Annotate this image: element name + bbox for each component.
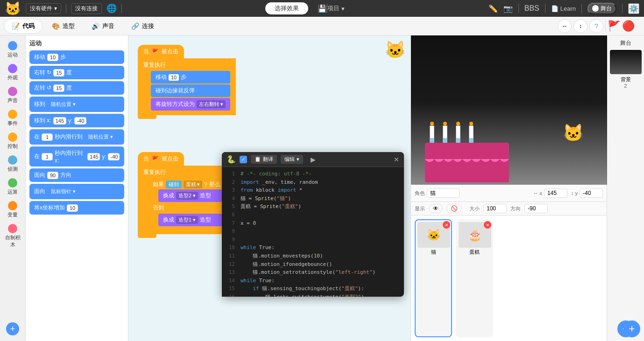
python-icon: 🐍 — [226, 155, 236, 164]
py-code-area[interactable]: # -*- coding: utf-8 -*- import _env, tim… — [237, 167, 404, 297]
effect-selector[interactable]: 选择效果 — [265, 2, 308, 14]
sidebar-item-looks[interactable]: 外观 — [1, 62, 24, 83]
hardware-button[interactable]: 没有硬件 ▾ — [26, 3, 61, 14]
sidebar-item-operators[interactable]: 运算 — [1, 176, 24, 197]
go-xy-x[interactable]: 145 — [53, 117, 66, 125]
switch-costume-1[interactable]: 换成 造型1 ▾ 造型 — [158, 214, 222, 226]
settings-icon[interactable]: ⚙️ — [628, 3, 639, 14]
glide-xy-y[interactable]: -40 — [108, 153, 120, 160]
block-go-to[interactable]: 移到 随机位置 ▾ — [29, 97, 124, 112]
add-block-button[interactable]: + — [1, 320, 24, 337]
sprite-del-cat[interactable]: ✕ — [443, 221, 450, 229]
sidebar-item-sound[interactable]: 声音 — [1, 85, 24, 106]
expand-btn2[interactable]: ↕ — [573, 19, 587, 33]
stage-thumbnail[interactable] — [610, 50, 642, 74]
turn-left-deg[interactable]: 15 — [53, 84, 64, 92]
repeat-block-2[interactable]: 重复执行 如果 碰到 蛋糕 ▾ ? 那么 — [138, 166, 228, 234]
stage-toggle[interactable]: 舞台 — [587, 3, 616, 14]
hide-eye-btn[interactable]: 🚫 — [446, 204, 462, 213]
bounce-block[interactable]: 碰到边缘就反弹 — [151, 84, 230, 97]
block-move[interactable]: 移动 10 步 — [29, 50, 124, 64]
size-input[interactable] — [483, 204, 507, 213]
green-flag-button[interactable]: 🚩 — [608, 20, 620, 32]
tab-code[interactable]: 📝 代码 — [4, 19, 42, 34]
block-turn-right[interactable]: 右转 ↻ 15 度 — [29, 66, 124, 79]
expand-btn1[interactable]: ↔ — [558, 19, 572, 33]
sprite-name-input[interactable] — [427, 188, 460, 198]
effect-label: 选择效果 — [275, 4, 299, 13]
camera-icon[interactable]: 📷 — [503, 4, 513, 13]
stop-button[interactable]: 🔴 — [622, 20, 635, 32]
glide-xy-secs[interactable]: 1 — [42, 153, 53, 160]
tab-costume[interactable]: 🎨 造型 — [44, 19, 82, 33]
else-label: 否则 — [151, 203, 222, 213]
sidebar-item-variables[interactable]: 变量 — [1, 199, 24, 220]
tab-connect[interactable]: 🔗 连接 — [124, 19, 162, 33]
glide-xy-x[interactable]: 145 — [87, 153, 100, 160]
py-translate-tab[interactable]: 📋 翻译 — [251, 155, 277, 164]
sound-label: 声音 — [7, 97, 18, 104]
divider5 — [545, 4, 545, 13]
sidebar-item-events[interactable]: 事件 — [1, 108, 24, 129]
sidebar-item-motion[interactable]: 运动 — [1, 39, 24, 60]
operators-dot — [8, 178, 17, 188]
repeat-block-1[interactable]: 重复执行 移动 10 步 碰到边缘就反弹 将旋转方式设为 — [138, 58, 236, 115]
costume-dropdown-1[interactable]: 造型1 ▾ — [176, 216, 198, 224]
inner-move-block[interactable]: 移动 10 步 — [151, 71, 230, 84]
move-steps[interactable]: 10 — [47, 54, 58, 61]
glide-dropdown[interactable]: 随机位置 ▾ — [85, 132, 117, 142]
py-checkbox[interactable]: ✓ — [240, 156, 247, 163]
rotation-dropdown[interactable]: 左右翻转 ▾ — [197, 100, 226, 108]
py-edit-tab[interactable]: 编辑 ▾ — [281, 155, 303, 164]
stage-area: 🐱 角色 ↔ x ↕ y 显示 👁 🚫 — [410, 35, 607, 341]
block-turn-left[interactable]: 左转 ↺ 15 度 — [29, 81, 124, 95]
costume-dropdown-2[interactable]: 造型2 ▾ — [176, 192, 198, 200]
glide-secs[interactable]: 1 — [42, 133, 53, 141]
tabs-bar: 📝 代码 🎨 造型 🔊 声音 🔗 连接 ↔ ↕ ? 🚩 🔴 — [0, 17, 644, 35]
edit-icon[interactable]: ✏️ — [488, 4, 498, 13]
py-close-button[interactable]: ✕ — [394, 156, 399, 163]
events-dot — [8, 110, 17, 119]
turn-right-deg[interactable]: 15 — [53, 69, 64, 77]
if-block[interactable]: 如果 碰到 蛋糕 ▾ ? 那么 换成 — [151, 178, 222, 230]
sprite-del-cake[interactable]: ✕ — [484, 221, 491, 229]
show-eye-btn[interactable]: 👁 — [429, 204, 443, 213]
block-change-x[interactable]: 将x坐标增加 10 — [29, 201, 124, 215]
sidebar-item-control[interactable]: 控制 — [1, 131, 24, 152]
sidebar-item-myblocks[interactable]: 自制积木 — [1, 222, 24, 250]
if-sprite-dropdown[interactable]: 蛋糕 ▾ — [184, 181, 202, 188]
go-xy-y[interactable]: -40 — [74, 117, 86, 125]
learn-button[interactable]: 📄 Learn — [551, 5, 576, 12]
divider7 — [622, 4, 623, 13]
sprite-y-input[interactable] — [580, 188, 603, 198]
block-face-mouse[interactable]: 面向 鼠标指针 ▾ — [29, 184, 124, 199]
switch-costume-2[interactable]: 换成 造型2 ▾ 造型 — [158, 189, 222, 202]
help-btn[interactable]: ? — [589, 19, 603, 33]
connect-tab-label: 连接 — [142, 22, 154, 30]
change-x-val[interactable]: 10 — [67, 204, 78, 212]
sprite-card-cake[interactable]: ✕ 🎂 蛋糕 — [456, 219, 493, 337]
globe-icon[interactable]: 🌐 — [106, 3, 117, 14]
go-to-dropdown[interactable]: 随机位置 ▾ — [47, 99, 79, 109]
direction-input[interactable] — [524, 204, 548, 213]
block-go-to-xy[interactable]: 移到 x: 145 y: -40 — [29, 114, 124, 127]
go-xy-text: 移到 x: — [34, 117, 51, 125]
block-glide-to[interactable]: 在 1 秒内滑行到 随机位置 ▾ — [29, 129, 124, 145]
sidebar-item-sensing[interactable]: 侦测 — [1, 153, 24, 174]
tab-sound[interactable]: 🔊 声音 — [84, 19, 122, 33]
py-play-button[interactable]: ▶ — [311, 156, 316, 163]
connect-button[interactable]: 没有连接 — [71, 3, 102, 14]
block-face-dir[interactable]: 面向 90 方向 — [29, 168, 124, 182]
face-mouse-dropdown[interactable]: 鼠标指针 ▾ — [47, 187, 79, 196]
hat-block-1[interactable]: 当 🚩 被点击 — [138, 45, 184, 58]
face-dir-val[interactable]: 90 — [47, 172, 58, 179]
block-glide-xy[interactable]: 在 1 秒内滑行到 x: 145 y: -40 — [29, 146, 124, 167]
rotation-block[interactable]: 将旋转方式设为 左右翻转 ▾ — [151, 98, 230, 111]
save-icon[interactable]: 💾 — [318, 4, 327, 13]
size-label: 大小 — [469, 205, 480, 212]
project-button[interactable]: 项目 ▾ — [327, 4, 345, 13]
bbs-button[interactable]: BBS — [524, 4, 539, 13]
sprite-x-input[interactable] — [544, 188, 567, 198]
hat-block-2[interactable]: 当 🚩 被点击 — [138, 152, 184, 166]
sprite-card-cat[interactable]: ✕ 🐱 猫 — [415, 219, 452, 337]
